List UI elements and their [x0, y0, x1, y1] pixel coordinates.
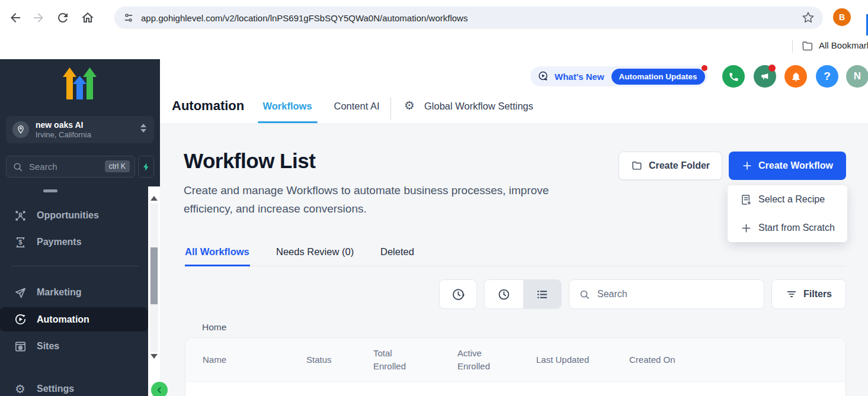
- payments-icon: $: [13, 235, 27, 249]
- all-bookmarks-label[interactable]: All Bookmarks: [819, 40, 868, 50]
- user-avatar[interactable]: N: [846, 65, 868, 88]
- execution-logs-button[interactable]: [439, 279, 477, 309]
- scrollbar-thumb[interactable]: [150, 247, 158, 304]
- create-workflow-menu: Select a Recipe Start from Scratch: [728, 185, 847, 242]
- bookmarks-folder-icon[interactable]: [801, 40, 814, 53]
- create-folder-button[interactable]: Create Folder: [619, 152, 722, 180]
- section-subtitle: Create and manage Workflows to automate …: [184, 181, 598, 218]
- column-header-created-on[interactable]: Created On: [629, 338, 675, 382]
- column-header-last-updated[interactable]: Last Updated: [536, 338, 589, 382]
- scroll-up-arrow[interactable]: [150, 196, 158, 201]
- sidebar-item-marketing[interactable]: Marketing: [0, 279, 148, 305]
- browser-forward-icon[interactable]: [31, 11, 46, 25]
- workflow-search[interactable]: [569, 279, 764, 309]
- menu-item-select-recipe[interactable]: Select a Recipe: [728, 185, 847, 214]
- tab-workflows[interactable]: Workflows: [255, 101, 320, 112]
- column-header-name[interactable]: Name: [203, 338, 226, 382]
- browser-home-icon[interactable]: [81, 11, 95, 25]
- whats-new-label[interactable]: What's New: [555, 72, 604, 82]
- automation-updates-badge[interactable]: Automation Updates: [611, 69, 705, 85]
- sidebar-search-input[interactable]: [28, 161, 93, 172]
- list-view-button[interactable]: [523, 280, 562, 308]
- sidebar-item-automation[interactable]: Automation: [0, 307, 148, 331]
- view-toggle: [484, 279, 562, 309]
- location-pin-icon: [12, 121, 29, 138]
- sidebar-item-settings[interactable]: ⚙ Settings: [0, 376, 148, 396]
- search-icon: [12, 162, 23, 172]
- notification-dot: [768, 65, 776, 72]
- breadcrumb[interactable]: Home: [202, 322, 226, 333]
- phone-button[interactable]: [722, 65, 745, 88]
- megaphone-icon: [760, 71, 771, 82]
- address-bar[interactable]: app.gohighlevel.com/v2/location/lnPS691g…: [114, 7, 823, 29]
- location-city: Irvine, California: [36, 130, 91, 140]
- filter-icon: [786, 288, 797, 300]
- sidebar-item-opportunities[interactable]: Opportunities: [0, 202, 148, 228]
- question-mark-icon: ?: [824, 70, 831, 83]
- marketing-icon: [13, 285, 27, 300]
- sidebar: new oaks AI Irvine, California ctrl K: [0, 59, 160, 396]
- table-header-row: Name Status Total Enrolled Active Enroll…: [185, 338, 845, 382]
- menu-divider: [11, 266, 138, 266]
- sidebar-collapse-button[interactable]: [151, 382, 168, 396]
- bookmarks-bar: All Bookmarks: [0, 36, 868, 57]
- announcements-button[interactable]: [754, 65, 776, 88]
- announcement-icon: [537, 70, 550, 83]
- tab-all-workflows-underline: [185, 265, 250, 266]
- opportunities-icon: [13, 208, 27, 223]
- list-icon: [536, 288, 549, 301]
- history-icon: [451, 288, 465, 301]
- tab-needs-review[interactable]: Needs Review (0): [276, 246, 354, 257]
- column-header-active-enrolled[interactable]: Active Enrolled: [457, 347, 505, 373]
- sidebar-item-payments[interactable]: $ Payments: [0, 229, 148, 255]
- browser-profile-avatar[interactable]: B: [833, 8, 851, 26]
- tab-content-ai[interactable]: Content AI: [321, 101, 392, 112]
- time-view-button[interactable]: [485, 280, 523, 308]
- sidebar-item-label: Automation: [37, 314, 89, 325]
- whats-new-pill[interactable]: What's New Automation Updates: [530, 66, 707, 86]
- automation-icon: [13, 313, 27, 327]
- plus-icon: [739, 221, 752, 234]
- sidebar-item-label: Marketing: [37, 287, 82, 298]
- svg-text:$: $: [18, 238, 22, 245]
- clock-icon: [497, 288, 511, 301]
- browser-refresh-icon[interactable]: [56, 11, 70, 25]
- sidebar-scrollbar[interactable]: [148, 186, 160, 396]
- help-button[interactable]: ?: [816, 65, 838, 88]
- global-workflow-settings-link[interactable]: Global Workflow Settings: [424, 101, 533, 112]
- menu-item-start-from-scratch[interactable]: Start from Scratch: [728, 214, 847, 242]
- column-header-total-enrolled[interactable]: Total Enrolled: [373, 347, 421, 373]
- tabs-border: [185, 266, 846, 266]
- sidebar-item-label: Payments: [37, 237, 82, 247]
- sidebar-item-sites[interactable]: Sites: [0, 333, 148, 359]
- plus-icon: [742, 160, 752, 171]
- notification-dot: [702, 65, 707, 71]
- quick-actions-button[interactable]: [138, 156, 154, 178]
- bookmark-star-icon[interactable]: [797, 7, 819, 29]
- browser-back-icon[interactable]: [8, 11, 23, 25]
- scroll-down-arrow[interactable]: [150, 354, 158, 359]
- main-header: Automation Workflows Content AI ⚙ Global…: [160, 59, 868, 124]
- tab-deleted[interactable]: Deleted: [380, 246, 414, 257]
- phone-icon: [728, 71, 739, 82]
- tab-all-workflows[interactable]: All Workflows: [185, 246, 249, 257]
- sidebar-search[interactable]: ctrl K: [6, 156, 135, 178]
- gohighlevel-logo: [62, 66, 98, 101]
- app-root: app.gohighlevel.com/v2/location/lnPS691g…: [0, 0, 868, 396]
- filters-button[interactable]: Filters: [771, 279, 846, 309]
- lightning-icon: [142, 162, 151, 172]
- notifications-button[interactable]: [784, 65, 807, 88]
- folder-icon: [631, 160, 643, 172]
- workflow-search-input[interactable]: [596, 288, 738, 300]
- site-settings-icon[interactable]: [122, 11, 135, 24]
- location-switcher[interactable]: new oaks AI Irvine, California: [6, 116, 154, 143]
- column-header-status[interactable]: Status: [306, 338, 332, 382]
- create-workflow-button[interactable]: Create Workflow: [729, 152, 846, 180]
- workflows-table: Name Status Total Enrolled Active Enroll…: [185, 337, 846, 396]
- shortcut-badge: ctrl K: [105, 160, 130, 172]
- location-name: new oaks AI: [36, 120, 91, 130]
- partial-menu-item: [43, 189, 57, 192]
- sidebar-item-label: Settings: [37, 384, 74, 394]
- section-title: Workflow List: [184, 149, 315, 173]
- workflow-list-section: Workflow List Create and manage Workflow…: [160, 124, 868, 396]
